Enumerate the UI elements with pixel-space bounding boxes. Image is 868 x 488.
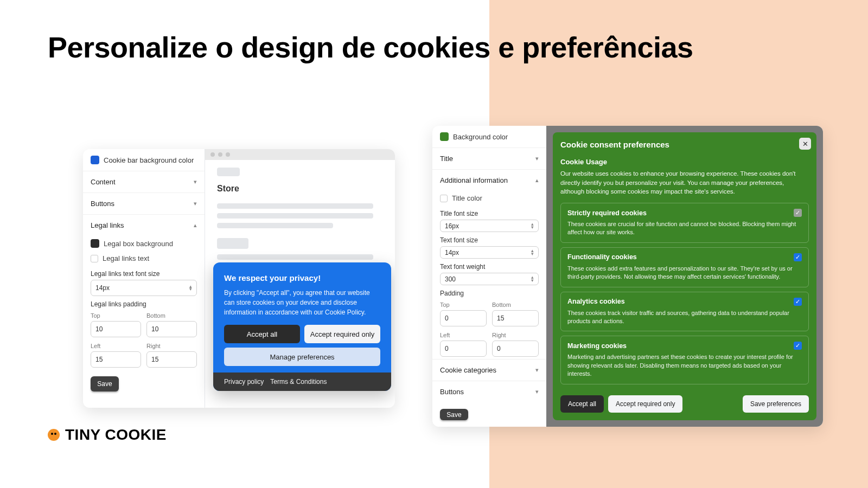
accept-required-button[interactable]: Accept required only: [304, 325, 380, 343]
chevron-up-icon: ▴: [535, 177, 539, 184]
toggle-checkbox[interactable]: ✓: [794, 253, 802, 261]
checkbox[interactable]: [440, 195, 448, 202]
chevron-down-icon: ▾: [535, 388, 539, 395]
chevron-down-icon: ▾: [535, 155, 539, 162]
toggle-checkbox[interactable]: ✓: [794, 342, 802, 350]
save-preferences-button[interactable]: Save preferences: [743, 395, 809, 413]
pad-top-input[interactable]: 10: [91, 321, 141, 337]
window-header: [205, 149, 395, 160]
color-swatch: [91, 239, 99, 248]
save-button[interactable]: Save: [440, 409, 468, 420]
terms-link[interactable]: Terms & Conditions: [270, 378, 327, 386]
title-color-row[interactable]: Title color: [432, 191, 546, 206]
prefs-sidebar: Background color Title▾ Additional infor…: [432, 126, 546, 427]
category-functionality: Functionality cookies✓ These cookies add…: [560, 247, 809, 287]
checkbox[interactable]: [91, 255, 98, 262]
font-size-label: Legal links text font size: [83, 266, 205, 280]
cookie-icon: [48, 429, 60, 441]
pad-bottom-input[interactable]: 15: [492, 310, 539, 326]
pad-bottom-input[interactable]: 10: [146, 321, 197, 337]
usage-heading: Cookie Usage: [560, 158, 809, 166]
privacy-link[interactable]: Privacy policy: [224, 378, 264, 386]
cookie-bar-editor: Cookie bar background color Content ▾ Bu…: [83, 149, 395, 408]
text-font-size-select[interactable]: 14px▴▾: [440, 246, 539, 259]
stepper-icon: ▴▾: [189, 285, 192, 291]
text-font-weight-select[interactable]: 300▴▾: [440, 273, 539, 285]
pad-right-input[interactable]: 15: [146, 351, 197, 368]
preview-pane: Store We respect your privacy! By clicki…: [205, 149, 395, 408]
close-button[interactable]: ✕: [799, 138, 811, 150]
usage-text: Our website uses cookies to enhance your…: [560, 169, 809, 196]
title-font-size-select[interactable]: 16px▴▾: [440, 220, 539, 232]
legal-box-bg-row[interactable]: Legal box background: [83, 236, 205, 251]
section-additional-info[interactable]: Additional information▴: [432, 169, 546, 191]
editor-sidebar: Cookie bar background color Content ▾ Bu…: [83, 149, 205, 408]
accept-required-button[interactable]: Accept required only: [608, 395, 682, 413]
legal-links-text-row[interactable]: Legal links text: [83, 251, 205, 266]
page-headline: Personalize o design de cookies e prefer…: [48, 30, 693, 64]
chevron-up-icon: ▴: [194, 222, 197, 229]
preferences-modal: ✕ Cookie consent preferences Cookie Usag…: [553, 132, 816, 420]
padding-label: Legal links padding: [83, 296, 205, 310]
toggle-checkbox[interactable]: ✓: [794, 298, 802, 306]
legal-font-size-select[interactable]: 14px ▴▾: [91, 280, 197, 296]
stepper-icon: ▴▾: [531, 249, 534, 255]
section-buttons[interactable]: Buttons▾: [432, 381, 546, 402]
save-button[interactable]: Save: [91, 376, 119, 391]
section-cookie-categories[interactable]: Cookie categories▾: [432, 359, 546, 381]
cookie-banner: We respect your privacy! By clicking "Ac…: [213, 262, 391, 391]
store-heading: Store: [217, 184, 383, 194]
pad-left-input[interactable]: 15: [91, 351, 141, 368]
chevron-down-icon: ▾: [194, 200, 197, 207]
preferences-editor: Background color Title▾ Additional infor…: [432, 126, 823, 427]
pad-left-input[interactable]: 0: [440, 341, 487, 357]
bg-color-row[interactable]: Background color: [432, 126, 546, 147]
bg-color-row[interactable]: Cookie bar background color: [83, 149, 205, 171]
banner-title: We respect your privacy!: [224, 273, 380, 282]
chevron-down-icon: ▾: [194, 178, 197, 185]
legal-links-bar: Privacy policy Terms & Conditions: [213, 373, 391, 391]
modal-title: Cookie consent preferences: [560, 140, 809, 149]
accept-all-button[interactable]: Accept all: [224, 325, 300, 343]
chevron-down-icon: ▾: [535, 367, 539, 374]
section-content[interactable]: Content ▾: [83, 171, 205, 192]
bg-color-label: Cookie bar background color: [104, 156, 194, 164]
color-swatch: [91, 156, 99, 164]
category-marketing: Marketing cookies✓ Marketing and adverti…: [560, 336, 809, 384]
stepper-icon: ▴▾: [531, 276, 534, 282]
manage-preferences-button[interactable]: Manage preferences: [224, 348, 380, 366]
accept-all-button[interactable]: Accept all: [560, 395, 604, 413]
pad-top-input[interactable]: 0: [440, 310, 487, 326]
section-legal-links[interactable]: Legal links ▴: [83, 214, 205, 236]
category-strictly-required: Strictly required cookies✓ These cookies…: [560, 203, 809, 243]
toggle-locked: ✓: [794, 209, 802, 217]
pad-right-input[interactable]: 0: [492, 341, 539, 357]
section-buttons[interactable]: Buttons ▾: [83, 192, 205, 214]
category-analytics: Analytics cookies✓ These cookies track v…: [560, 292, 809, 332]
section-title[interactable]: Title▾: [432, 147, 546, 169]
brand-name: TINY COOKIE: [65, 426, 167, 444]
color-swatch: [440, 132, 449, 141]
stepper-icon: ▴▾: [531, 223, 534, 229]
preferences-preview: ✕ Cookie consent preferences Cookie Usag…: [546, 126, 823, 427]
brand-logo: TINY COOKIE: [48, 426, 167, 444]
banner-text: By clicking "Accept all", you agree that…: [224, 288, 380, 317]
